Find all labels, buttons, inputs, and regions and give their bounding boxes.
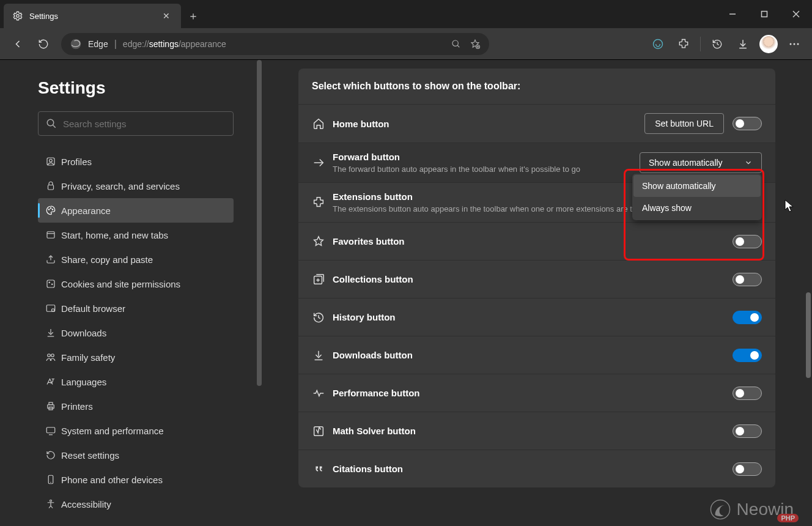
svg-point-14 [797,43,799,45]
svg-rect-33 [48,405,54,409]
history-icon[interactable] [704,31,730,57]
nav-start[interactable]: Start, home, and new tabs [38,223,234,247]
set-url-button[interactable]: Set button URL [644,113,724,134]
favorite-icon[interactable] [470,39,481,50]
nav-share[interactable]: Share, copy and paste [38,247,234,272]
neowin-logo-icon [710,499,731,520]
nav-reset[interactable]: Reset settings [38,443,234,467]
math-icon [312,424,333,438]
browser-tab[interactable]: Settings ✕ [4,4,181,28]
close-tab-icon[interactable]: ✕ [160,9,172,23]
new-tab-button[interactable]: ＋ [181,4,205,28]
watermark: Neowin PHP [710,499,794,520]
address-bar[interactable]: Edge | edge://settings/appearance [61,33,489,55]
menu-button[interactable] [781,31,807,57]
downloads-toggle[interactable] [733,349,762,362]
nav-accessibility[interactable]: Accessibility [38,492,234,516]
search-settings[interactable] [38,111,234,136]
forward-dropdown: Show automatically Always show [632,174,762,220]
row-downloads: Downloads button [298,336,775,374]
svg-rect-19 [48,185,54,190]
math-toggle[interactable] [733,424,762,438]
collections-icon [312,273,333,286]
favorites-toggle[interactable] [733,235,762,248]
forward-select[interactable]: Show automatically [640,152,762,173]
nav-downloads[interactable]: Downloads [38,320,234,345]
address-host: Edge [88,39,108,49]
nav-profiles[interactable]: Profiles [38,149,234,174]
history-toggle[interactable] [733,311,762,324]
citations-toggle[interactable] [733,462,762,476]
svg-point-40 [50,500,52,502]
puzzle-icon [312,196,333,209]
nav-system[interactable]: System and performance [38,418,234,443]
profile-icon [45,156,61,167]
star-icon [312,235,333,248]
page-title: Settings [38,78,243,98]
nav-privacy[interactable]: Privacy, search, and services [38,174,234,198]
cookie-icon [45,278,61,289]
svg-rect-23 [47,232,54,239]
download-icon [45,327,61,338]
performance-toggle[interactable] [733,387,762,400]
refresh-button[interactable] [31,31,56,57]
search-input[interactable] [63,119,226,129]
svg-point-0 [17,15,20,18]
home-icon [312,117,333,130]
download-row-icon [312,349,333,362]
zoom-icon[interactable] [451,39,461,49]
nav-phone[interactable]: Phone and other devices [38,467,234,492]
search-icon [46,118,57,129]
minimize-button[interactable] [717,0,748,28]
php-badge: PHP [777,514,799,522]
nav-appearance[interactable]: Appearance [38,198,234,223]
maximize-button[interactable] [748,0,780,28]
nav-cookies[interactable]: Cookies and site permissions [38,272,234,296]
phone-icon [45,474,61,485]
row-forward: Forward button The forward button auto a… [298,143,775,182]
svg-point-6 [452,40,458,46]
chevron-down-icon [744,158,753,167]
option-auto[interactable]: Show automatically [633,175,761,197]
collections-toggle[interactable] [733,273,762,286]
svg-rect-25 [47,280,54,287]
titlebar: Settings ✕ ＋ [0,0,812,28]
content-scrollbar[interactable] [806,292,811,378]
row-math: Math Solver button [298,412,775,450]
profile-avatar[interactable] [756,31,781,57]
svg-point-29 [52,309,55,312]
home-toggle[interactable] [733,117,762,130]
nav-family[interactable]: Family safety [38,345,234,369]
shopping-icon[interactable] [645,31,671,57]
svg-point-27 [52,284,53,285]
svg-rect-2 [762,12,767,17]
svg-point-31 [51,354,54,357]
nav-default[interactable]: Default browser [38,296,234,320]
svg-point-26 [49,282,50,283]
svg-point-15 [47,119,54,126]
row-performance: Performance button [298,374,775,412]
svg-point-30 [48,354,51,357]
lock-icon [45,180,61,191]
nav-printers[interactable]: Printers [38,394,234,418]
palette-icon [45,205,61,216]
printer-icon
     [45,401,61,412]
close-window-button[interactable] [780,0,812,28]
scrollbar[interactable] [257,60,262,386]
option-always[interactable]: Always show [633,197,761,219]
panel-header: Select which buttons to show on the tool… [298,69,775,104]
row-collections: Collections button [298,260,775,298]
svg-point-13 [794,43,795,45]
downloads-icon[interactable] [730,31,756,57]
toolbar-buttons-panel: Select which buttons to show on the tool… [298,69,775,487]
heartbeat-icon [312,387,333,400]
row-favorites: Favorites button [298,222,775,260]
nav-languages[interactable]: Languages [38,369,234,394]
settings-sidebar: Settings Profiles Privacy, search, and s… [0,60,262,526]
back-button[interactable] [5,31,31,57]
browser-icon [45,303,61,314]
svg-point-20 [48,209,50,210]
extensions-icon[interactable] [671,31,696,57]
system-icon [45,425,61,436]
svg-rect-28 [46,305,55,312]
